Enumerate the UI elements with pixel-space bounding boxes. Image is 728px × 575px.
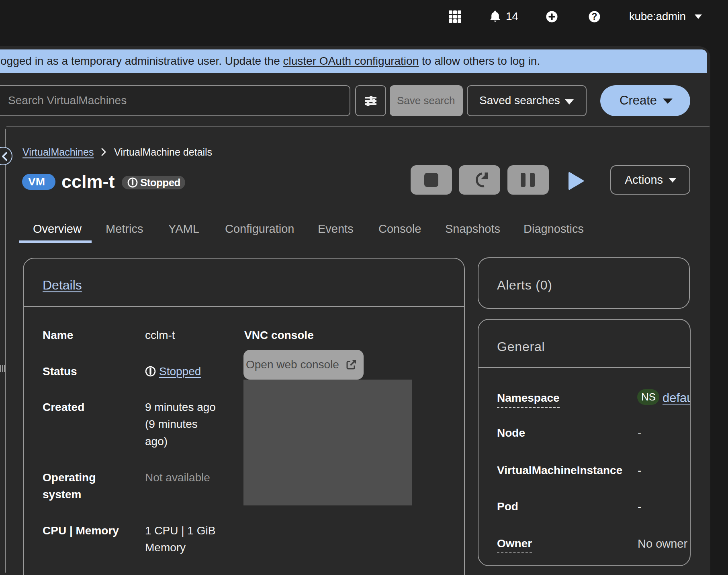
svg-text:?: ? xyxy=(591,11,597,22)
